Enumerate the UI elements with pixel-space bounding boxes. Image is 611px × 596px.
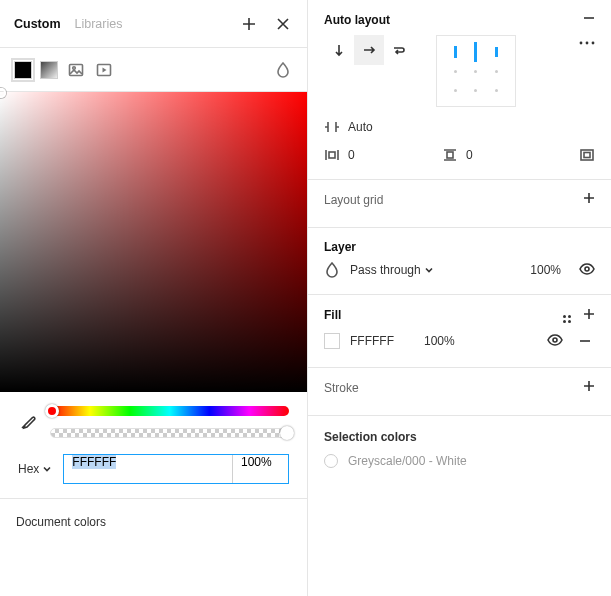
fill-visibility-icon[interactable] xyxy=(547,334,563,349)
fill-title: Fill xyxy=(324,308,341,322)
remove-auto-layout-icon[interactable] xyxy=(583,12,595,27)
chevron-down-icon xyxy=(43,465,51,473)
layer-blend-icon xyxy=(324,262,340,278)
paint-solid-button[interactable] xyxy=(14,61,32,79)
direction-horizontal-button[interactable] xyxy=(354,35,384,65)
tab-libraries[interactable]: Libraries xyxy=(75,17,123,31)
padding-individual-icon[interactable] xyxy=(579,147,595,163)
padding-h-value: 0 xyxy=(348,148,355,162)
selection-color-label: Greyscale/000 - White xyxy=(348,454,467,468)
selection-color-item[interactable]: Greyscale/000 - White xyxy=(308,446,611,476)
saturation-value-field[interactable] xyxy=(0,92,307,392)
auto-layout-more-icon[interactable] xyxy=(579,35,595,47)
svg-rect-8 xyxy=(581,150,593,160)
fill-item: FFFFFF 100% xyxy=(324,331,595,351)
add-icon[interactable] xyxy=(239,14,259,34)
stroke-section: Stroke xyxy=(308,368,611,416)
color-picker-panel: Custom Libraries xyxy=(0,0,308,596)
remove-fill-icon[interactable] xyxy=(575,331,595,351)
chevron-down-icon xyxy=(425,266,433,274)
layout-grid-title: Layout grid xyxy=(324,193,383,207)
opacity-input[interactable] xyxy=(233,455,288,469)
blend-mode-dropdown[interactable]: Pass through xyxy=(350,263,433,277)
fill-hex-value[interactable]: FFFFFF xyxy=(350,334,394,348)
layer-opacity-field[interactable]: 100% xyxy=(530,263,561,277)
add-stroke-icon[interactable] xyxy=(583,380,595,395)
hue-slider[interactable] xyxy=(50,406,289,416)
fill-section: Fill FFFFFF 100% xyxy=(308,295,611,368)
svg-rect-9 xyxy=(584,153,590,158)
visibility-icon[interactable] xyxy=(579,263,595,278)
eyedropper-icon[interactable] xyxy=(18,412,38,432)
fill-opacity-value[interactable]: 100% xyxy=(424,334,455,348)
layout-grid-section: Layout grid xyxy=(308,180,611,228)
fill-color-chip[interactable] xyxy=(324,333,340,349)
svg-point-3 xyxy=(580,42,583,45)
blend-mode-value: Pass through xyxy=(350,263,421,277)
color-model-label: Hex xyxy=(18,462,39,476)
paint-gradient-button[interactable] xyxy=(40,61,58,79)
paint-type-row xyxy=(0,48,307,92)
spacing-field[interactable]: Auto xyxy=(324,119,432,135)
alignment-grid[interactable] xyxy=(436,35,516,107)
fill-styles-icon[interactable] xyxy=(563,307,571,323)
auto-layout-title: Auto layout xyxy=(324,13,390,27)
svg-point-5 xyxy=(592,42,595,45)
tab-custom[interactable]: Custom xyxy=(14,17,61,31)
spacing-value: Auto xyxy=(348,120,373,134)
direction-buttons xyxy=(324,35,414,65)
svg-rect-7 xyxy=(447,152,453,158)
paint-video-button[interactable] xyxy=(94,60,114,80)
svg-rect-0 xyxy=(70,64,83,75)
spacing-icon xyxy=(324,119,340,135)
layer-section: Layer Pass through 100% xyxy=(308,228,611,295)
hex-row: Hex xyxy=(0,446,307,498)
svg-point-10 xyxy=(585,267,589,271)
padding-horizontal-field[interactable]: 0 xyxy=(324,147,432,163)
hex-input-group xyxy=(63,454,289,484)
padding-h-icon xyxy=(324,147,340,163)
document-colors-header[interactable]: Document colors xyxy=(0,498,307,545)
padding-vertical-field[interactable]: 0 xyxy=(442,147,550,163)
padding-v-value: 0 xyxy=(466,148,473,162)
slider-area xyxy=(0,392,307,446)
close-icon[interactable] xyxy=(273,14,293,34)
color-picker-header: Custom Libraries xyxy=(0,0,307,48)
blend-mode-icon[interactable] xyxy=(273,60,293,80)
svg-point-11 xyxy=(553,338,557,342)
direction-vertical-button[interactable] xyxy=(324,35,354,65)
color-model-dropdown[interactable]: Hex xyxy=(18,462,51,476)
hex-input[interactable] xyxy=(64,455,232,469)
alpha-thumb[interactable] xyxy=(280,426,294,440)
paint-image-button[interactable] xyxy=(66,60,86,80)
padding-v-icon xyxy=(442,147,458,163)
selection-color-chip xyxy=(324,454,338,468)
svg-rect-6 xyxy=(329,152,335,158)
svg-point-4 xyxy=(586,42,589,45)
stroke-title: Stroke xyxy=(324,381,359,395)
add-layout-grid-icon[interactable] xyxy=(583,192,595,207)
alpha-slider[interactable] xyxy=(50,428,289,438)
layer-title: Layer xyxy=(324,240,356,254)
add-fill-icon[interactable] xyxy=(583,308,595,323)
selection-colors-title: Selection colors xyxy=(308,416,611,446)
design-panel: Auto layout xyxy=(308,0,611,596)
hue-thumb[interactable] xyxy=(45,404,59,418)
auto-layout-section: Auto layout xyxy=(308,0,611,180)
direction-wrap-button[interactable] xyxy=(384,35,414,65)
